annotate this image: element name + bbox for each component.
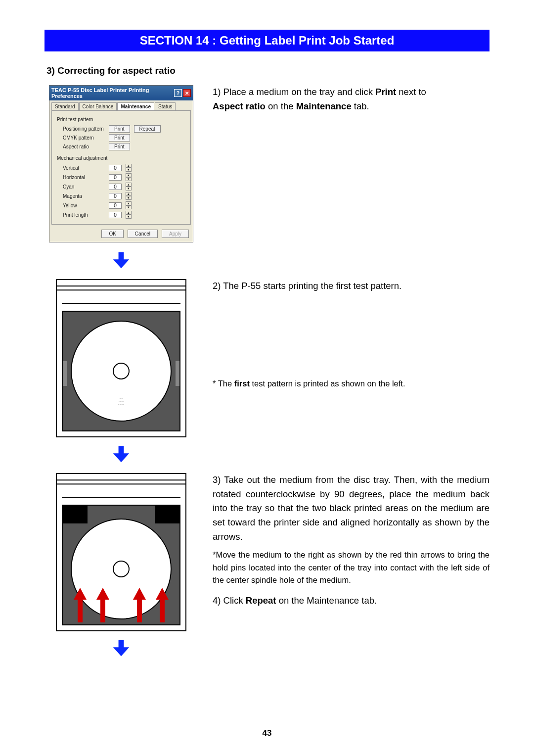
close-icon[interactable]: ✕ [183,89,191,97]
subheading: 3) Correcting for aspect ratio [46,65,490,76]
adj-cyan: Cyan [63,184,105,189]
tab-maintenance[interactable]: Maintenance [117,102,154,110]
ok-button[interactable]: OK [101,230,123,238]
group-mechanical: Mechanical adjustment [57,155,186,161]
tab-status[interactable]: Status [155,102,176,110]
red-up-arrow-icon [133,588,146,622]
aspect-label: Aspect ratio [63,144,105,149]
printlength-input[interactable]: 0 [109,212,122,218]
spinner-icon[interactable]: ▴▾ [126,192,132,200]
section-header: SECTION 14 : Getting Label Print Job Sta… [44,30,490,51]
adj-printlength: Print length [63,212,105,218]
step-2: 2) The P-55 starts printing the first te… [213,279,490,293]
adj-horizontal: Horizontal [63,175,105,180]
print-button-positioning[interactable]: Print [109,125,130,133]
adj-yellow: Yellow [63,203,105,208]
yellow-input[interactable]: 0 [109,202,122,209]
repeat-button[interactable]: Repeat [134,125,161,133]
red-up-arrow-icon [74,588,87,622]
tray-illustration-1: ····················· [56,279,186,437]
cmyk-label: CMYK pattern [63,135,105,141]
tray-illustration-2: ············ [56,473,186,631]
down-arrow-icon [112,639,130,657]
print-button-aspect[interactable]: Print [109,143,130,150]
down-arrow-icon [112,251,130,269]
cyan-input[interactable]: 0 [109,184,122,190]
tab-color-balance[interactable]: Color Balance [79,102,117,110]
spinner-icon[interactable]: ▴▾ [126,211,132,219]
page-number: 43 [0,728,534,738]
help-icon[interactable]: ? [174,89,182,97]
dialog-titlebar: TEAC P-55 Disc Label Printer Printing Pr… [49,86,193,100]
spinner-icon[interactable]: ▴▾ [126,173,132,181]
red-up-arrow-icon [156,588,169,622]
red-up-arrow-icon [96,588,109,622]
step-4: 4) Click Repeat on the Maintenance tab. [213,594,490,608]
down-arrow-icon [112,445,130,463]
step-1: 1) Place a medium on the tray and click … [213,85,490,113]
group-print-test: Print test pattern [57,117,186,122]
print-button-cmyk[interactable]: Print [109,134,130,142]
adj-magenta: Magenta [63,193,105,199]
cancel-button[interactable]: Cancel [128,230,158,238]
positioning-label: Positioning pattern [63,126,105,132]
magenta-input[interactable]: 0 [109,193,122,199]
apply-button[interactable]: Apply [162,230,189,238]
horizontal-input[interactable]: 0 [109,174,122,181]
step-3: 3) Take out the medium from the disc tra… [213,473,490,544]
adj-vertical: Vertical [63,165,105,171]
note-3: *Move the medium to the right as shown b… [213,549,490,587]
tab-standard[interactable]: Standard [51,102,79,110]
preferences-dialog: TEAC P-55 Disc Label Printer Printing Pr… [49,85,193,242]
vertical-input[interactable]: 0 [109,165,122,171]
spinner-icon[interactable]: ▴▾ [126,183,132,190]
note-2: * The first test pattern is printed as s… [213,378,490,390]
spinner-icon[interactable]: ▴▾ [126,164,132,172]
spinner-icon[interactable]: ▴▾ [126,201,132,209]
dialog-title: TEAC P-55 Disc Label Printer Printing Pr… [51,87,174,99]
